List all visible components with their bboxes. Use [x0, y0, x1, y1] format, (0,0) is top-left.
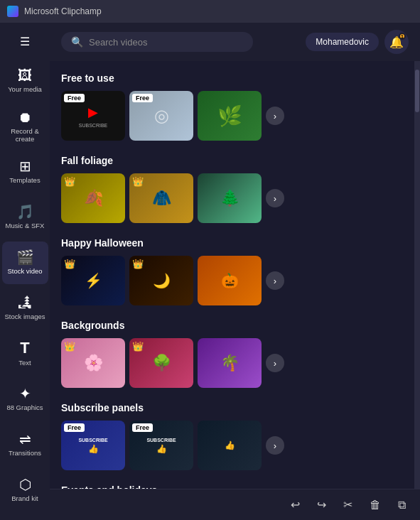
subscribe-icon2: 👍: [156, 444, 167, 454]
video-thumb[interactable]: ⚡ 👑: [61, 256, 125, 305]
user-button[interactable]: Mohamedovic: [306, 33, 379, 51]
video-thumb[interactable]: 🌴: [198, 338, 262, 388]
sidebar-item-label: Brand kit: [11, 494, 38, 502]
video-grid: ⚡ 👑 🌙 👑 🎃: [61, 256, 409, 305]
sidebar-item-transitions[interactable]: ⇌ Transitions: [2, 423, 48, 466]
video-thumb[interactable]: 🍂 👑: [61, 173, 125, 223]
scroll-next-button[interactable]: ›: [266, 189, 284, 207]
sidebar-item-text[interactable]: T Text: [2, 332, 48, 375]
video-thumb[interactable]: 🌿: [198, 91, 262, 141]
scroll-next-button[interactable]: ›: [266, 436, 284, 455]
record-icon: ⏺: [18, 110, 32, 124]
crown-badge: 👑: [132, 259, 144, 269]
section-title: Backgrounds: [61, 320, 409, 331]
redo-button[interactable]: ↪: [314, 495, 329, 514]
scrollbar[interactable]: [414, 61, 420, 489]
cut-button[interactable]: ✂: [340, 495, 355, 514]
search-input[interactable]: [89, 37, 243, 48]
sidebar-item-brand-kit[interactable]: ⬡ Brand kit: [2, 469, 48, 511]
sidebar-item-label: Stock video: [7, 267, 42, 275]
crown-badge: 👑: [64, 341, 75, 352]
sidebar-item-record-create[interactable]: ⏺ Record & create: [2, 105, 48, 148]
app-title: Microsoft Clipchamp: [24, 6, 102, 16]
video-thumb[interactable]: ◎ Free: [129, 91, 193, 141]
video-thumb[interactable]: 🧥 👑: [129, 173, 193, 223]
delete-button[interactable]: 🗑: [367, 496, 384, 514]
rose-tree-icon: 🌳: [152, 354, 171, 372]
section-halloween: Happy Halloween ⚡ 👑 🌙 👑: [61, 237, 409, 305]
crown-badge: 👑: [64, 259, 75, 269]
sidebar-item-stock-images[interactable]: 🏞 Stock images: [2, 287, 48, 330]
pumpkin-icon: 🎃: [221, 272, 239, 289]
sidebar-item-label: Music & SFX: [6, 222, 45, 229]
video-thumb[interactable]: 👍: [198, 421, 262, 470]
section-title: Happy Halloween: [61, 237, 409, 249]
content-scroll[interactable]: Free to use ▶ SUBSCRIBE Free ◎: [50, 61, 414, 489]
video-thumb[interactable]: 🌸 👑: [61, 338, 125, 388]
graphics-icon: ✦: [19, 386, 31, 401]
crown-badge: 👑: [132, 341, 144, 352]
crown-badge: 👑: [132, 176, 144, 187]
scroll-next-button[interactable]: ›: [266, 271, 284, 290]
search-bar[interactable]: 🔍: [61, 32, 253, 52]
video-thumb[interactable]: 🌳 👑: [129, 338, 193, 388]
sidebar-item-label: 88 Graphics: [6, 403, 43, 411]
video-thumb[interactable]: 🎃: [198, 256, 262, 305]
titlebar: Microsoft Clipchamp: [0, 0, 420, 23]
sidebar-item-label: Stock images: [4, 313, 45, 320]
subscribe-icon: 👍: [88, 444, 99, 454]
text-icon: T: [20, 340, 29, 356]
section-title: Subscribe panels: [61, 402, 409, 413]
undo-button[interactable]: ↩: [288, 495, 303, 514]
scroll-next-button[interactable]: ›: [266, 107, 284, 125]
sidebar: ☰ 🖼 Your media ⏺ Record & create ⊞ Templ…: [0, 23, 50, 520]
scrollbar-thumb[interactable]: [415, 70, 419, 112]
person-icon: 🧥: [152, 189, 171, 207]
subscribe-label: SUBSCRIBE: [146, 438, 176, 443]
sidebar-item-label: Your media: [8, 85, 42, 93]
notification-badge: 1: [399, 33, 406, 40]
search-icon: 🔍: [71, 36, 83, 48]
leaves-icon: 🍂: [84, 189, 103, 207]
transitions-icon: ⇌: [19, 432, 31, 446]
sidebar-item-label: Transitions: [9, 449, 41, 457]
subscribe-label: SUBSCRIBE: [78, 438, 107, 443]
video-thumb[interactable]: 🌙 👑: [129, 256, 193, 305]
section-backgrounds: Backgrounds 🌸 👑 🌳 👑: [61, 320, 409, 388]
section-free-to-use: Free to use ▶ SUBSCRIBE Free ◎: [61, 72, 409, 141]
stock-video-icon: 🎬: [16, 250, 34, 264]
music-icon: 🎵: [16, 205, 34, 219]
section-title: Free to use: [61, 72, 409, 84]
video-thumb[interactable]: 🌲: [198, 173, 262, 223]
brand-icon: ⬡: [19, 477, 31, 492]
video-grid: 🍂 👑 🧥 👑 🌲: [61, 173, 409, 223]
video-grid: 🌸 👑 🌳 👑 🌴: [61, 338, 409, 388]
sidebar-item-music-sfx[interactable]: 🎵 Music & SFX: [2, 196, 48, 239]
notification-button[interactable]: 🔔 1: [384, 30, 409, 54]
user-label: Mohamedovic: [316, 37, 369, 47]
sidebar-item-graphics[interactable]: ✦ 88 Graphics: [2, 378, 48, 421]
scroll-next-button[interactable]: ›: [266, 354, 284, 372]
hamburger-icon: ☰: [20, 35, 30, 48]
free-badge: Free: [64, 423, 85, 432]
video-thumb[interactable]: ▶ SUBSCRIBE Free: [61, 91, 125, 141]
menu-button[interactable]: ☰: [11, 28, 39, 54]
sidebar-item-stock-video[interactable]: 🎬 Stock video: [2, 242, 48, 284]
split-button[interactable]: ⧉: [395, 496, 409, 514]
lightning-icon: ⚡: [85, 272, 102, 289]
sidebar-item-templates[interactable]: ⊞ Templates: [2, 151, 48, 193]
video-grid: ▶ SUBSCRIBE Free ◎ Free: [61, 91, 409, 141]
sidebar-item-label: Record & create: [4, 127, 47, 143]
video-thumb[interactable]: SUBSCRIBE 👍 Free: [61, 421, 125, 470]
sidebar-item-your-media[interactable]: 🖼 Your media: [2, 60, 48, 102]
video-thumb[interactable]: SUBSCRIBE 👍 Free: [129, 421, 193, 470]
like-icon: 👍: [225, 440, 235, 450]
bottom-toolbar: ↩ ↪ ✂ 🗑 ⧉: [50, 489, 420, 520]
youtube-icon: ▶: [88, 104, 98, 120]
trees-icon: 🌲: [220, 189, 239, 207]
stock-images-icon: 🏞: [18, 296, 32, 310]
crown-badge: 👑: [64, 176, 75, 187]
thumb-label: SUBSCRIBE: [79, 123, 107, 128]
app-icon: [7, 6, 18, 17]
section-subscribe-panels: Subscribe panels SUBSCRIBE 👍 Free SUBSCR…: [61, 402, 409, 470]
